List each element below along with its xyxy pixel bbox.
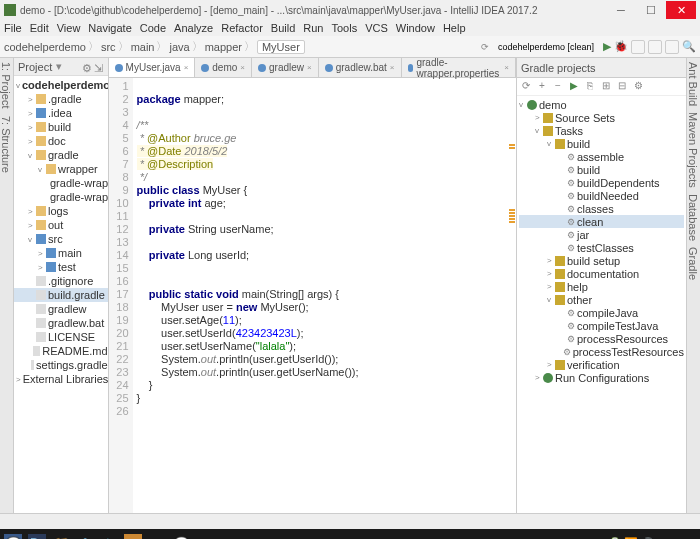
gear-icon[interactable]: ⚙ — [82, 62, 92, 72]
tree-item[interactable]: >main — [14, 246, 108, 260]
editor-tab[interactable]: MyUser.java× — [109, 58, 196, 77]
gradle-item[interactable]: ⚙jar — [519, 228, 684, 241]
run-config-selector[interactable]: codehelperdemo [clean] — [492, 42, 600, 52]
taskbar-app-icon[interactable]: PS — [124, 534, 142, 539]
minus-icon[interactable]: − — [551, 80, 565, 94]
crumb[interactable]: codehelperdemo — [4, 41, 86, 53]
expand-icon[interactable]: ⊞ — [599, 80, 613, 94]
taskbar-app-icon[interactable]: 💬 — [4, 534, 22, 539]
taskbar-app-icon[interactable]: ✈ — [100, 534, 118, 539]
menu-window[interactable]: Window — [396, 22, 435, 34]
tool-ant[interactable]: Ant Build — [687, 62, 700, 106]
menu-vcs[interactable]: VCS — [365, 22, 388, 34]
code-area[interactable]: package mapper; /** * @Author bruce.ge *… — [133, 78, 516, 513]
tree-item[interactable]: vgradle — [14, 148, 108, 162]
crumb[interactable]: src — [101, 41, 116, 53]
gradle-item[interactable]: vbuild — [519, 137, 684, 150]
tree-item[interactable]: >build — [14, 120, 108, 134]
tree-item[interactable]: >logs — [14, 204, 108, 218]
tool-project[interactable]: 1: Project — [0, 62, 13, 108]
gradle-item[interactable]: ⚙processTestResources — [519, 345, 684, 358]
collapse-icon[interactable]: ⊟ — [615, 80, 629, 94]
gradle-item[interactable]: ⚙clean — [519, 215, 684, 228]
tree-item[interactable]: .gitignore — [14, 274, 108, 288]
menu-analyze[interactable]: Analyze — [174, 22, 213, 34]
toolbar-icon[interactable]: ⎘ — [583, 80, 597, 94]
tree-item[interactable]: vsrc — [14, 232, 108, 246]
run-icon[interactable]: ▶ — [603, 40, 611, 53]
tree-item[interactable]: build.gradle — [14, 288, 108, 302]
menu-refactor[interactable]: Refactor — [221, 22, 263, 34]
taskbar-app-icon[interactable]: 📁 — [52, 534, 70, 539]
tree-item[interactable]: LICENSE — [14, 330, 108, 344]
crumb[interactable]: mapper — [205, 41, 242, 53]
crumb[interactable]: java — [169, 41, 189, 53]
tree-item[interactable]: vwrapper — [14, 162, 108, 176]
gradle-item[interactable]: >verification — [519, 358, 684, 371]
menu-edit[interactable]: Edit — [30, 22, 49, 34]
tree-item[interactable]: gradlew.bat — [14, 316, 108, 330]
menu-build[interactable]: Build — [271, 22, 295, 34]
tree-item[interactable]: settings.gradle — [14, 358, 108, 372]
gradle-root[interactable]: vdemo — [519, 98, 684, 111]
toolbar-icon[interactable] — [665, 40, 679, 54]
menu-run[interactable]: Run — [303, 22, 323, 34]
editor-tab[interactable]: gradle-wrapper.properties× — [402, 58, 516, 77]
maximize-button[interactable]: ☐ — [636, 1, 666, 19]
menu-view[interactable]: View — [57, 22, 81, 34]
gradle-tree[interactable]: vdemo>Source SetsvTasksvbuild⚙assemble⚙b… — [517, 96, 686, 386]
gradle-item[interactable]: >build setup — [519, 254, 684, 267]
tree-item[interactable]: >.idea — [14, 106, 108, 120]
tree-item[interactable]: README.md — [14, 344, 108, 358]
crumb[interactable]: main — [131, 41, 155, 53]
gradle-item[interactable]: ⚙compileJava — [519, 306, 684, 319]
minimize-button[interactable]: ─ — [606, 1, 636, 19]
gradle-item[interactable]: ⚙buildNeeded — [519, 189, 684, 202]
refresh-icon[interactable]: ⟳ — [519, 80, 533, 94]
menu-code[interactable]: Code — [140, 22, 166, 34]
taskbar-app-icon[interactable]: ◉ — [196, 534, 214, 539]
gradle-item[interactable]: ⚙compileTestJava — [519, 319, 684, 332]
tree-item[interactable]: gradle-wrapper.jar — [14, 176, 108, 190]
tool-structure[interactable]: 7: Structure — [0, 116, 13, 173]
tool-maven[interactable]: Maven Projects — [687, 112, 700, 188]
gradle-item[interactable]: >documentation — [519, 267, 684, 280]
gradle-item[interactable]: >Run Configurations — [519, 371, 684, 384]
gradle-item[interactable]: ⚙testClasses — [519, 241, 684, 254]
gradle-item[interactable]: ⚙classes — [519, 202, 684, 215]
taskbar-app-icon[interactable]: ⬡ — [76, 534, 94, 539]
project-tree[interactable]: vcodehelperdemo [demo]>.gradle>.idea>bui… — [14, 76, 108, 388]
run-icon[interactable]: ▶ — [567, 80, 581, 94]
close-button[interactable]: ✕ — [666, 1, 696, 19]
tree-item[interactable]: gradle-wrapper.properties — [14, 190, 108, 204]
collapse-icon[interactable]: ⇲ — [94, 62, 104, 72]
toolbar-icon[interactable] — [631, 40, 645, 54]
taskbar-app-icon[interactable]: ▣ — [220, 534, 238, 539]
gradle-item[interactable]: >help — [519, 280, 684, 293]
tree-item[interactable]: >out — [14, 218, 108, 232]
tree-item[interactable]: >.gradle — [14, 92, 108, 106]
error-stripe[interactable] — [508, 78, 516, 513]
taskbar-app-icon[interactable]: Ps — [28, 534, 46, 539]
tree-item[interactable]: >test — [14, 260, 108, 274]
tree-item[interactable]: gradlew — [14, 302, 108, 316]
gradle-item[interactable]: ⚙build — [519, 163, 684, 176]
taskbar-app-icon[interactable]: ▦ — [148, 534, 166, 539]
gradle-item[interactable]: ⚙buildDependents — [519, 176, 684, 189]
editor-tab[interactable]: gradlew.bat× — [319, 58, 402, 77]
menu-help[interactable]: Help — [443, 22, 466, 34]
menu-navigate[interactable]: Navigate — [88, 22, 131, 34]
toolbar-icon[interactable] — [648, 40, 662, 54]
gradle-item[interactable]: ⚙processResources — [519, 332, 684, 345]
tree-root[interactable]: vcodehelperdemo [demo] — [14, 78, 108, 92]
gradle-item[interactable]: ⚙assemble — [519, 150, 684, 163]
plus-icon[interactable]: + — [535, 80, 549, 94]
menu-tools[interactable]: Tools — [331, 22, 357, 34]
search-icon[interactable]: 🔍 — [682, 40, 696, 53]
editor-tab[interactable]: demo× — [195, 58, 252, 77]
editor-tab[interactable]: gradlew× — [252, 58, 319, 77]
code-editor[interactable]: 1234567891011121314151617181920212223242… — [109, 78, 516, 513]
gradle-item[interactable]: vother — [519, 293, 684, 306]
menu-file[interactable]: File — [4, 22, 22, 34]
debug-icon[interactable]: 🐞 — [614, 40, 628, 53]
